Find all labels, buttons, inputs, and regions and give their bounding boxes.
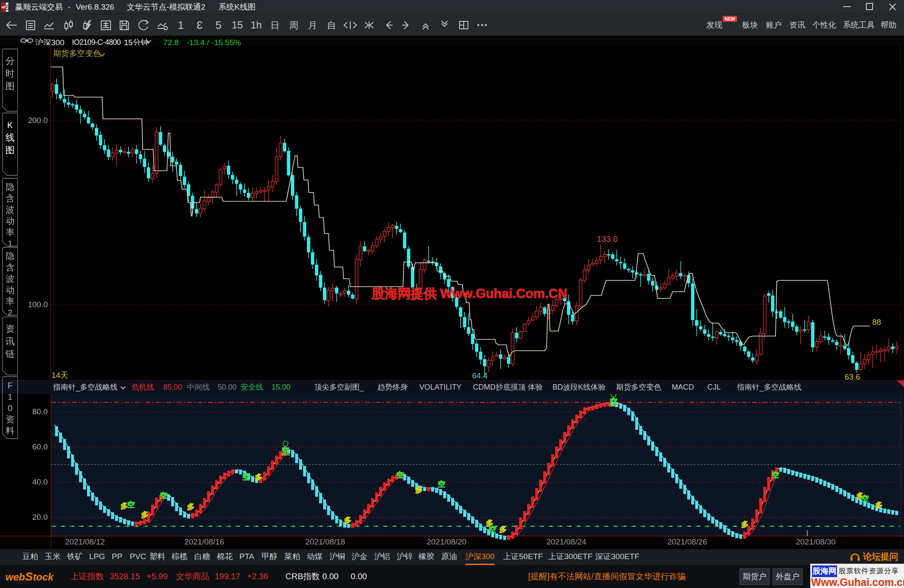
svg-text:隐: 隐 bbox=[6, 251, 15, 261]
svg-text:多: 多 bbox=[499, 525, 507, 534]
svg-text:空: 空 bbox=[861, 494, 869, 503]
svg-text:链: 链 bbox=[5, 349, 15, 359]
svg-text:多: 多 bbox=[344, 516, 352, 524]
svg-text:2021/08/12: 2021/08/12 bbox=[65, 537, 105, 546]
svg-text:动: 动 bbox=[6, 216, 15, 226]
svg-text:2021/08/24: 2021/08/24 bbox=[546, 537, 586, 546]
svg-text:空: 空 bbox=[160, 491, 167, 500]
svg-text:63.6: 63.6 bbox=[845, 372, 860, 380]
svg-text:动: 动 bbox=[6, 285, 15, 295]
svg-text:空: 空 bbox=[489, 525, 496, 534]
svg-text:空: 空 bbox=[396, 471, 404, 479]
svg-text:期货多空变色: 期货多空变色 bbox=[53, 49, 101, 58]
svg-text:空: 空 bbox=[772, 471, 779, 479]
svg-text:料: 料 bbox=[6, 426, 15, 435]
svg-text:0: 0 bbox=[8, 403, 12, 413]
svg-text:波: 波 bbox=[6, 274, 15, 283]
svg-text:14天: 14天 bbox=[51, 371, 68, 380]
svg-text:1: 1 bbox=[178, 19, 184, 31]
svg-text:1: 1 bbox=[8, 392, 12, 401]
svg-text:日: 日 bbox=[270, 20, 280, 31]
svg-text:多: 多 bbox=[255, 473, 262, 481]
svg-text:波: 波 bbox=[6, 205, 15, 214]
svg-text:空: 空 bbox=[282, 446, 289, 454]
svg-text:2: 2 bbox=[8, 308, 12, 317]
svg-text:含: 含 bbox=[6, 262, 15, 272]
svg-text:多: 多 bbox=[141, 511, 149, 519]
svg-text:2021/08/16: 2021/08/16 bbox=[184, 537, 224, 546]
svg-text:多: 多 bbox=[187, 503, 195, 511]
svg-text:15: 15 bbox=[232, 19, 243, 31]
svg-text:月: 月 bbox=[308, 20, 317, 31]
svg-text:率: 率 bbox=[6, 227, 15, 237]
svg-text:空: 空 bbox=[242, 473, 250, 481]
svg-text:F: F bbox=[8, 381, 13, 390]
svg-text:多: 多 bbox=[415, 486, 423, 494]
svg-text:6: 6 bbox=[5, 3, 8, 12]
svg-text:空: 空 bbox=[610, 397, 617, 406]
svg-text:图: 图 bbox=[5, 145, 15, 155]
svg-text:2021/08/18: 2021/08/18 bbox=[305, 537, 345, 546]
svg-text:88: 88 bbox=[872, 318, 881, 326]
svg-text:空: 空 bbox=[438, 480, 445, 488]
svg-text:1: 1 bbox=[8, 239, 12, 248]
svg-text:2021/08/26: 2021/08/26 bbox=[667, 537, 707, 546]
svg-text:图: 图 bbox=[5, 81, 15, 91]
svg-text:K: K bbox=[7, 121, 13, 130]
svg-text:空: 空 bbox=[127, 501, 135, 509]
svg-text:分: 分 bbox=[5, 56, 15, 66]
svg-text:1h: 1h bbox=[251, 19, 262, 31]
svg-text:资: 资 bbox=[5, 324, 15, 334]
svg-text:自: 自 bbox=[327, 20, 336, 31]
svg-text:3: 3 bbox=[197, 19, 203, 31]
svg-text:隐: 隐 bbox=[6, 182, 15, 192]
svg-text:多: 多 bbox=[741, 520, 749, 529]
svg-text:2021/08/20: 2021/08/20 bbox=[426, 537, 466, 546]
svg-text:讯: 讯 bbox=[5, 336, 15, 347]
svg-text:64.4: 64.4 bbox=[472, 371, 488, 380]
svg-text:5: 5 bbox=[216, 19, 221, 31]
svg-text:率: 率 bbox=[6, 296, 15, 306]
svg-text:含: 含 bbox=[6, 193, 15, 203]
svg-text:133.0: 133.0 bbox=[597, 234, 618, 244]
svg-text:股海网提供 Www.Guhai.Com.CN: 股海网提供 Www.Guhai.Com.CN bbox=[371, 286, 567, 301]
svg-text:多: 多 bbox=[875, 501, 883, 509]
svg-text:20.0: 20.0 bbox=[32, 513, 48, 521]
svg-text:线: 线 bbox=[5, 132, 15, 143]
svg-text:2021/08/30: 2021/08/30 bbox=[796, 537, 835, 546]
svg-text:40.0: 40.0 bbox=[32, 478, 48, 486]
svg-text:周: 周 bbox=[289, 20, 298, 31]
svg-text:时: 时 bbox=[5, 68, 15, 79]
svg-text:资: 资 bbox=[6, 414, 15, 424]
